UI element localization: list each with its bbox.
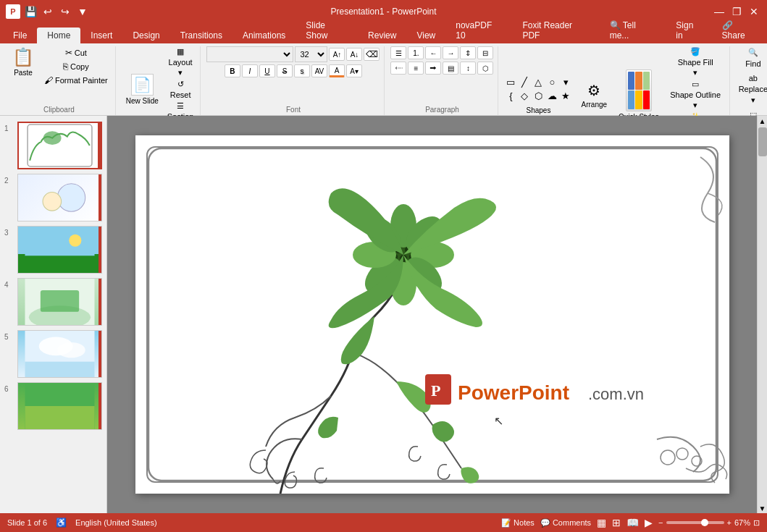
slide-thumb-6[interactable]: 6 [4, 382, 102, 430]
shape-cell[interactable]: ⬡ [532, 90, 545, 103]
tab-review[interactable]: Review [358, 28, 406, 43]
slide-thumb-2[interactable]: 2 [4, 174, 102, 221]
slide-sorter-button[interactable]: ⊞ [612, 517, 621, 528]
tab-insert[interactable]: Insert [80, 28, 122, 43]
scroll-down-button[interactable]: ▼ [758, 503, 768, 513]
line-spacing-button[interactable]: ↕ [460, 62, 476, 75]
restore-button[interactable]: ❐ [729, 4, 744, 19]
save-button[interactable]: 💾 [23, 4, 38, 19]
indent-less-button[interactable]: ← [425, 46, 441, 59]
normal-view-button[interactable]: ▦ [597, 517, 606, 528]
clipboard-label: Clipboard [7, 104, 111, 115]
tab-tellme[interactable]: 🔍 Tell me... [600, 17, 666, 43]
numbering-button[interactable]: 1. [408, 46, 424, 59]
shape-cell[interactable]: ◇ [518, 90, 531, 103]
fonthighlight-button[interactable]: A▾ [346, 64, 362, 77]
shape-fill-button[interactable]: 🪣 Shape Fill ▾ [666, 46, 725, 78]
tab-share[interactable]: 🔗 Share [712, 17, 767, 43]
slide-thumb-4[interactable]: 4 [4, 278, 102, 326]
replace-button[interactable]: ab Replace ▾ [736, 72, 767, 106]
shape-cell[interactable]: ▾ [559, 76, 572, 89]
shape-cell[interactable]: ╱ [518, 76, 531, 89]
svg-text:↖: ↖ [494, 415, 503, 427]
increase-font-button[interactable]: A↑ [329, 48, 345, 61]
shape-cell[interactable]: ★ [559, 90, 572, 103]
bold-button[interactable]: B [225, 64, 240, 77]
text-direction-button[interactable]: ⇕ [460, 46, 476, 59]
accessibility-icon[interactable]: ♿ [56, 518, 67, 528]
slide-thumb-3[interactable]: 3 [4, 226, 102, 274]
slideshow-button[interactable]: ▶ [645, 517, 653, 528]
tab-signin[interactable]: Sign in [666, 17, 711, 43]
customize-button[interactable]: ▼ [75, 4, 90, 19]
copy-button[interactable]: ⎘ Copy [41, 60, 111, 73]
shape-outline-button[interactable]: ▭ Shape Outline ▾ [666, 79, 725, 111]
tab-foxit[interactable]: Foxit Reader PDF [512, 17, 599, 43]
language[interactable]: English (United States) [75, 518, 157, 527]
underline-button[interactable]: U [259, 64, 275, 77]
scroll-thumb[interactable] [758, 127, 767, 156]
shadow-button[interactable]: s [294, 64, 310, 77]
shape-cell[interactable]: ▭ [504, 76, 517, 89]
comments-button[interactable]: 💬 Comments [540, 518, 591, 528]
notes-button[interactable]: 📝 Notes [501, 518, 535, 528]
shape-cell[interactable]: △ [532, 76, 545, 89]
decrease-font-button[interactable]: A↓ [346, 48, 362, 61]
minimize-button[interactable]: — [712, 4, 726, 19]
cut-button[interactable]: ✂ Cut [41, 46, 111, 59]
zoom-out-button[interactable]: − [658, 518, 663, 527]
shape-cell[interactable]: ☁ [545, 90, 558, 103]
tab-home[interactable]: Home [37, 28, 80, 43]
tab-slideshow[interactable]: Slide Show [296, 17, 358, 43]
slide-thumb-1[interactable]: 1 [4, 122, 102, 169]
reset-button[interactable]: ↺ Reset [165, 79, 196, 100]
paste-button[interactable]: 📋 Paste [7, 46, 39, 77]
slide-thumb-5[interactable]: 5 [4, 330, 102, 378]
bullets-button[interactable]: ☰ [390, 46, 406, 59]
font-name-select[interactable] [206, 46, 293, 62]
tab-animations[interactable]: Animations [232, 28, 296, 43]
fit-slide-button[interactable]: ⊡ [753, 518, 760, 528]
find-button[interactable]: 🔍 Find [742, 46, 765, 69]
reading-view-button[interactable]: 📖 [626, 517, 639, 528]
align-left-button[interactable]: ⬸ [390, 62, 406, 75]
scroll-up-button[interactable]: ▲ [758, 116, 768, 126]
shape-cell[interactable]: { [504, 90, 517, 103]
tab-view[interactable]: View [406, 28, 445, 43]
vertical-scrollbar[interactable]: ▲ ▼ [757, 116, 767, 513]
tab-file[interactable]: File [3, 28, 37, 43]
undo-button[interactable]: ↩ [41, 4, 55, 19]
convert-smartart-button[interactable]: ⬡ [477, 62, 493, 75]
arrange-label: Arrange [581, 101, 607, 109]
font-size-select[interactable]: 32 [295, 46, 327, 62]
slide-preview-5 [17, 330, 102, 378]
italic-button[interactable]: I [242, 64, 258, 77]
indent-more-button[interactable]: → [443, 46, 458, 59]
shape-cell[interactable]: ○ [545, 76, 558, 89]
format-painter-button[interactable]: 🖌 Format Painter [41, 74, 111, 87]
zoom-in-button[interactable]: + [727, 518, 732, 527]
tab-design[interactable]: Design [122, 28, 169, 43]
tab-transitions[interactable]: Transitions [170, 28, 232, 43]
align-right-button[interactable]: ⮕ [425, 62, 441, 75]
fontcolor-button[interactable]: A [329, 64, 345, 77]
new-slide-button[interactable]: 📄 New Slide [122, 71, 163, 108]
redo-button[interactable]: ↪ [58, 4, 72, 19]
align-center-button[interactable]: ≡ [408, 62, 424, 75]
layout-button[interactable]: ▦ Layout ▾ [165, 46, 196, 78]
zoom-slider[interactable] [666, 521, 724, 524]
slide-canvas[interactable]: P PowerPoint .com.vn ↖ [135, 135, 729, 494]
zoom-slider-thumb[interactable] [701, 519, 708, 526]
justify-button[interactable]: ▤ [443, 62, 458, 75]
shape-fill-label: Shape Fill [678, 58, 713, 67]
quick-styles-button[interactable]: Quick Styles [616, 67, 662, 123]
slides-group: 📄 New Slide ▦ Layout ▾ ↺ Reset ☰ Section… [117, 46, 201, 115]
tab-novapdf[interactable]: novaPDF 10 [445, 17, 512, 43]
close-button[interactable]: ✕ [747, 4, 761, 19]
clear-format-button[interactable]: ⌫ [364, 48, 380, 61]
text-columns-button[interactable]: ⊟ [477, 46, 493, 59]
svg-point-7 [69, 235, 81, 247]
charspace-button[interactable]: AV [311, 64, 327, 77]
strikethrough-button[interactable]: S [277, 64, 293, 77]
arrange-button[interactable]: ⚙ Arrange [577, 79, 611, 111]
